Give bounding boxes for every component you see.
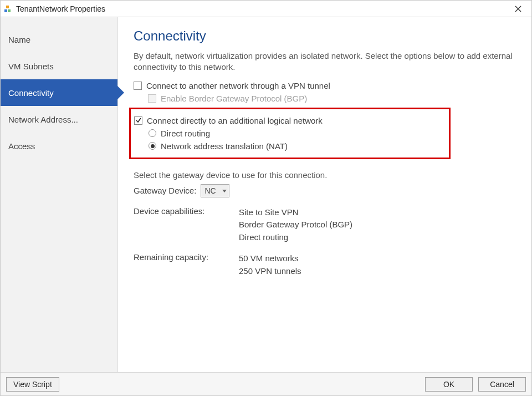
direct-routing-label: Direct routing [161, 129, 210, 138]
sidebar-item-vm-subnets[interactable]: VM Subnets [1, 53, 117, 79]
direct-connect-option[interactable]: Connect directly to an additional logica… [134, 116, 323, 125]
view-script-button[interactable]: View Script [6, 377, 59, 392]
window-title: TenantNetwork Properties [16, 4, 105, 13]
capability-item: Site to Site VPN [239, 206, 352, 219]
nat-radio[interactable]: Network address translation (NAT) [149, 141, 323, 151]
cancel-label: Cancel [490, 380, 514, 389]
sidebar-item-label: VM Subnets [8, 62, 54, 71]
capacity-item: 50 VM networks [239, 252, 301, 265]
remaining-capacity-label: Remaining capacity: [134, 252, 239, 277]
cancel-button[interactable]: Cancel [478, 377, 526, 392]
ok-label: OK [443, 380, 454, 389]
ok-button[interactable]: OK [425, 377, 473, 392]
check-icon [136, 118, 141, 123]
svg-rect-1 [8, 9, 11, 12]
sidebar-item-label: Name [8, 35, 30, 44]
checkbox-icon [134, 116, 142, 125]
sidebar-item-access[interactable]: Access [1, 133, 117, 159]
nat-label: Network address translation (NAT) [161, 141, 288, 151]
gateway-device-row: Gateway Device: NC [134, 184, 516, 197]
capability-item: Border Gateway Protcol (BGP) [239, 219, 352, 231]
bgp-option: Enable Border Gateway Protocol (BGP) [148, 94, 516, 103]
titlebar: TenantNetwork Properties [1, 1, 531, 17]
direct-routing-radio[interactable]: Direct routing [149, 129, 323, 138]
highlight-annotation: Connect directly to an additional logica… [129, 108, 451, 159]
dialog-body: Name VM Subnets Connectivity Network Add… [1, 17, 531, 372]
remaining-capacity-row: Remaining capacity: 50 VM networks 250 V… [134, 252, 516, 277]
view-script-label: View Script [13, 380, 52, 389]
sidebar-item-network-address[interactable]: Network Address... [1, 106, 117, 133]
sidebar-item-label: Access [8, 141, 35, 151]
device-capabilities-label: Device capabilities: [134, 206, 239, 244]
gateway-device-label: Gateway Device: [134, 186, 196, 195]
device-capabilities-values: Site to Site VPN Border Gateway Protcol … [239, 206, 352, 244]
checkbox-icon [134, 82, 142, 90]
app-icon [4, 4, 13, 13]
remaining-capacity-values: 50 VM networks 250 VPN tunnels [239, 252, 301, 277]
svg-rect-2 [6, 6, 9, 8]
gateway-device-value: NC [204, 186, 216, 195]
close-button[interactable] [508, 1, 528, 17]
capability-item: Direct routing [239, 231, 352, 244]
sidebar-item-label: Network Address... [8, 115, 78, 124]
sidebar-item-connectivity[interactable]: Connectivity [1, 79, 117, 106]
dialog-footer: View Script OK Cancel [1, 372, 531, 395]
page-description: By default, network virtualization provi… [134, 50, 516, 73]
content-pane: Connectivity By default, network virtual… [118, 17, 531, 372]
gateway-prompt: Select the gateway device to use for thi… [134, 170, 516, 180]
close-icon [515, 6, 521, 12]
svg-rect-0 [4, 9, 7, 12]
checkbox-icon [148, 94, 156, 103]
gateway-device-select[interactable]: NC [201, 184, 229, 197]
radio-icon [149, 142, 156, 150]
chevron-down-icon [222, 190, 227, 192]
bgp-label: Enable Border Gateway Protocol (BGP) [161, 94, 307, 103]
vpn-tunnel-option[interactable]: Connect to another network through a VPN… [134, 81, 516, 90]
vpn-tunnel-label: Connect to another network through a VPN… [146, 81, 330, 90]
sidebar-item-name[interactable]: Name [1, 26, 117, 53]
radio-icon [149, 129, 156, 137]
device-capabilities-row: Device capabilities: Site to Site VPN Bo… [134, 206, 516, 244]
sidebar-item-label: Connectivity [8, 88, 54, 98]
page-heading: Connectivity [134, 28, 516, 44]
sidebar-nav: Name VM Subnets Connectivity Network Add… [1, 17, 118, 372]
capacity-item: 250 VPN tunnels [239, 265, 301, 278]
properties-dialog: TenantNetwork Properties Name VM Subnets… [0, 0, 532, 396]
direct-connect-label: Connect directly to an additional logica… [147, 116, 323, 125]
